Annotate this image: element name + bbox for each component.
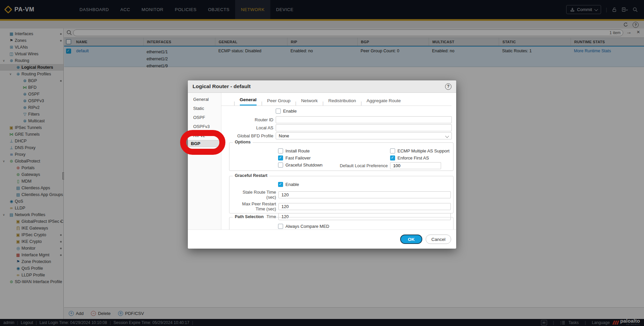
dialog-tab[interactable]: Redistribution [318, 98, 356, 106]
option-checkbox[interactable] [278, 155, 283, 160]
default-local-preference-input[interactable] [390, 162, 441, 169]
dialog-nav-item[interactable]: General [188, 95, 221, 104]
cancel-button[interactable]: Cancel [426, 235, 451, 244]
dialog-nav-item[interactable]: OSPFv3 [188, 122, 221, 131]
dialog-footer: OK Cancel [188, 230, 456, 249]
local-as-input[interactable] [276, 124, 452, 131]
bgp-highlight-annotation [180, 130, 225, 155]
dialog-tab[interactable]: General [229, 97, 257, 106]
field-row: Max Peer Restart Time (sec) [232, 201, 451, 211]
dialog-body: General Peer Group Network Redistributio… [221, 93, 456, 230]
dialog-nav: General Static OSPF OSPFv3 RIPv2 [188, 93, 221, 230]
enable-checkbox[interactable] [276, 109, 281, 114]
router-id-row: Router ID [221, 116, 452, 123]
field-row: Stale Route Time (sec) [232, 190, 451, 200]
option-checkbox[interactable] [390, 148, 395, 153]
dialog-help-icon[interactable]: ? [445, 83, 451, 90]
ok-button[interactable]: OK [400, 235, 422, 244]
router-id-input[interactable] [276, 116, 452, 123]
option-row: Install Route [278, 147, 323, 154]
logical-router-dialog: Logical Router - default ? General Stati… [188, 80, 456, 249]
option-row: Always Compare MED [278, 223, 346, 230]
option-checkbox[interactable] [390, 155, 395, 160]
graceful-restart-enable-row: Enable [278, 181, 299, 188]
option-checkbox[interactable] [278, 148, 283, 153]
time-input[interactable] [278, 191, 451, 198]
options-fieldset: Options Install Route Fast Failover [229, 142, 453, 171]
options-right-column: ECMP Multiple AS Support Enforce First A… [390, 147, 449, 161]
path-selection-fieldset: Path Selection Always Compare MED Determ… [229, 217, 453, 230]
option-row: Fast Failover [278, 154, 323, 161]
global-bfd-profile-row: Global BFD Profile None [221, 132, 452, 139]
dialog-title: Logical Router - default [193, 83, 251, 89]
option-row: ECMP Multiple AS Support [390, 147, 449, 154]
path-selection-left: Always Compare MED Deterministic MED Com… [278, 223, 346, 230]
graceful-restart-fieldset: Graceful Restart Enable Stale Route Time… [229, 176, 453, 213]
dialog-nav-item[interactable]: Static [188, 104, 221, 113]
time-input[interactable] [278, 203, 451, 210]
global-bfd-profile-select[interactable]: None [276, 132, 452, 139]
chevron-down-icon [445, 134, 449, 138]
dialog-tab[interactable]: Peer Group [257, 98, 290, 106]
local-as-row: Local AS [221, 124, 452, 131]
dialog-tab[interactable]: Aggregate Route [356, 98, 401, 106]
dialog-nav-item[interactable]: OSPF [188, 113, 221, 122]
dialog-tab[interactable]: Network [290, 98, 318, 106]
bgp-enable-row: Enable [276, 108, 297, 115]
graceful-restart-enable-checkbox[interactable] [278, 182, 283, 187]
default-local-preference-row: Default Local Preference [229, 162, 441, 169]
option-row: Enforce First AS [390, 154, 449, 161]
dialog-tabs: General Peer Group Network Redistributio… [221, 93, 451, 106]
pan-os-app: PA-VM DASHBOARD ACC MONITOR POLICIES [0, 0, 644, 326]
option-checkbox[interactable] [278, 224, 283, 229]
dialog-titlebar: Logical Router - default ? [188, 80, 456, 93]
